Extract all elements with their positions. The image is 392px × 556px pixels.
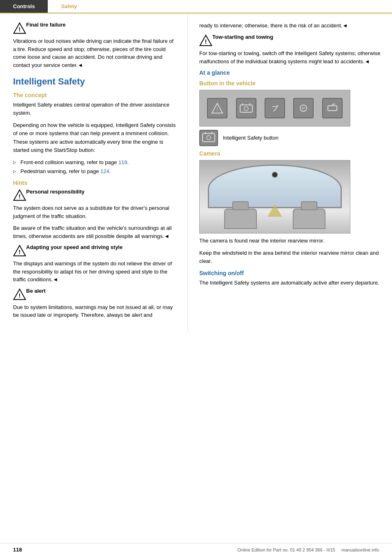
hints-subheading: Hints: [13, 180, 178, 186]
svg-rect-20: [203, 133, 215, 142]
svg-point-13: [244, 107, 248, 111]
hint4-warning-icon: !: [199, 34, 212, 47]
continued-text: ready to intervene; otherwise, there is …: [199, 22, 382, 30]
concept-subheading: The concept: [13, 92, 178, 98]
svg-text:!: !: [19, 249, 21, 255]
btn-icon-5: [322, 98, 343, 118]
hint4-title: Tow-starting and towing: [212, 34, 273, 40]
warning-tire-text: Vibrations or loud noises while driving …: [13, 37, 178, 69]
svg-rect-17: [328, 106, 337, 111]
btn-icon-2: [236, 98, 256, 118]
hint3-warning-icon: !: [13, 288, 26, 301]
hint2-warning-icon: !: [13, 244, 26, 257]
camera-text2: Keep the windshield in the area behind t…: [199, 249, 382, 265]
hint3-text: Due to system limitations, warnings may …: [13, 303, 178, 319]
hint1-title: Personal responsibility: [26, 189, 85, 195]
svg-rect-12: [240, 105, 252, 112]
headrest-left: [232, 201, 249, 210]
windshield-shape: [208, 165, 342, 208]
hint3-block: ! Be alert: [13, 288, 178, 301]
btn-icon-3: ブ: [265, 98, 285, 118]
svg-text:!: !: [205, 38, 207, 45]
is-button-row: Intelligent Safety button: [199, 130, 382, 146]
btn-icon-1: !: [207, 98, 227, 118]
svg-point-21: [207, 136, 211, 140]
tab-controls-label: Controls: [13, 3, 35, 9]
hint3-title: Be alert: [26, 288, 46, 294]
link-page-124[interactable]: 124: [100, 168, 109, 174]
left-column: ! Final tire failure Vibrations or loud …: [0, 13, 188, 331]
intelligent-safety-heading: Intelligent Safety: [13, 76, 178, 87]
tab-safety-label: Safety: [61, 3, 77, 9]
page-number: 118: [13, 547, 22, 553]
concept-para1: Intelligent Safety enables central opera…: [13, 101, 178, 117]
hint1-text: The system does not serve as a substitut…: [13, 204, 178, 220]
seat-left: [224, 209, 257, 229]
bullet-item-2: Pedestrian warning, refer to page 124.: [13, 167, 178, 176]
svg-text:!: !: [217, 107, 218, 113]
concept-para2: Depending on how the vehicle is equipped…: [13, 121, 178, 154]
switching-text: The Intelligent Safety systems are autom…: [199, 279, 382, 287]
right-column: ready to intervene; otherwise, there is …: [188, 13, 392, 331]
hint2-title: Adapting your speed and driving style: [26, 244, 122, 250]
is-button-icon: [199, 130, 218, 146]
seat-right: [293, 209, 325, 229]
hint4-block: ! Tow-starting and towing: [199, 34, 382, 47]
hint2-block: ! Adapting your speed and driving style: [13, 244, 178, 257]
button-row-image: ! ブ P: [199, 90, 350, 127]
hint2-text: The displays and warnings of the system …: [13, 260, 178, 284]
btn-icon-4: P: [293, 98, 314, 118]
bullet-item-1: Front-end collision warning, refer to pa…: [13, 158, 178, 167]
camera-text1: The camera is found near the interior re…: [199, 237, 382, 245]
svg-text:ブ: ブ: [272, 105, 279, 112]
headrest-right: [301, 201, 317, 210]
svg-text:!: !: [19, 193, 21, 200]
main-content: ! Final tire failure Vibrations or loud …: [0, 13, 392, 331]
switching-heading: Switching on/off: [199, 270, 382, 276]
camera-heading: Camera: [199, 150, 382, 157]
is-button-label: Intelligent Safety button: [223, 134, 278, 142]
camera-image: [199, 160, 350, 234]
tab-safety[interactable]: Safety: [48, 0, 90, 13]
button-in-vehicle-heading: Button in the vehicle: [199, 80, 382, 87]
concept-bullet-list: Front-end collision warning, refer to pa…: [13, 158, 178, 176]
link-page-119[interactable]: 119: [118, 159, 127, 165]
header-tabs: Controls Safety: [0, 0, 392, 13]
footer-site: manualsonline.info: [341, 547, 379, 552]
camera-dot: [272, 172, 278, 178]
svg-text:P: P: [302, 106, 305, 111]
svg-text:!: !: [19, 292, 21, 299]
arrow-indicator: [267, 205, 282, 217]
warning-tire-title: Final tire failure: [26, 22, 66, 28]
hint1-extra: Be aware of the traffic situation and th…: [13, 224, 178, 240]
hint4-text: For tow-starting or towing, switch off t…: [199, 49, 382, 65]
footer-edition-text: Online Edition for Part no. 01 40 2 954 …: [237, 547, 335, 552]
hint1-block: ! Personal responsibility: [13, 189, 178, 202]
footer: 118 Online Edition for Part no. 01 40 2 …: [0, 543, 392, 556]
footer-online-text: Online Edition for Part no. 01 40 2 954 …: [237, 547, 379, 552]
hint1-warning-icon: !: [13, 189, 26, 202]
warning-triangle-icon: !: [13, 22, 26, 35]
at-a-glance-heading: At a glance: [199, 69, 382, 76]
tab-controls[interactable]: Controls: [0, 0, 48, 13]
warning-tire-failure: ! Final tire failure: [13, 22, 178, 35]
svg-text:!: !: [19, 26, 21, 33]
